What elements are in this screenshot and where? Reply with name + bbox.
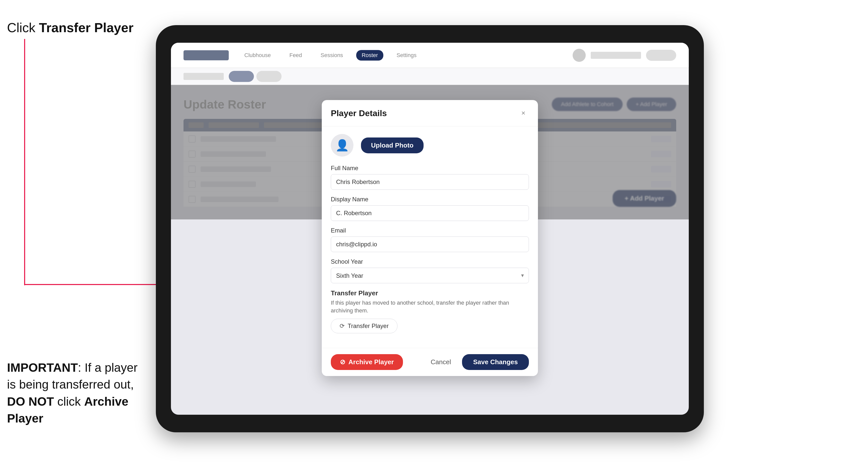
app-bar-right xyxy=(572,49,676,62)
archive-btn-label: Archive Player xyxy=(348,358,394,366)
transfer-title: Transfer Player xyxy=(331,289,529,297)
school-year-label: School Year xyxy=(331,258,529,265)
modal-header: Player Details × xyxy=(322,100,538,126)
modal-title: Player Details xyxy=(331,108,387,118)
tablet-device: Clubhouse Feed Sessions Roster Settings xyxy=(156,25,704,432)
transfer-btn-label: Transfer Player xyxy=(348,322,389,330)
nav-feed[interactable]: Feed xyxy=(284,50,307,61)
full-name-group: Full Name xyxy=(331,165,529,190)
school-year-select[interactable]: Sixth Year Fifth Year Fourth Year Third … xyxy=(331,268,529,283)
archive-icon: ⊘ xyxy=(340,358,345,366)
tab-btn-1[interactable] xyxy=(229,71,254,82)
tab-btn-2[interactable] xyxy=(256,71,282,82)
upload-photo-button[interactable]: Upload Photo xyxy=(361,137,424,153)
instruction-top: Click Transfer Player xyxy=(7,20,133,35)
transfer-description: If this player has moved to another scho… xyxy=(331,299,529,315)
modal-close-button[interactable]: × xyxy=(518,107,529,119)
instruction-click: click xyxy=(54,395,84,408)
nav-clubhouse[interactable]: Clubhouse xyxy=(239,50,276,61)
modal-overlay: Player Details × 👤 Upload Photo xyxy=(171,85,689,219)
red-line-vertical xyxy=(24,39,25,285)
app-nav: Clubhouse Feed Sessions Roster Settings xyxy=(239,50,563,61)
email-label: Email xyxy=(331,227,529,234)
transfer-icon: ⟳ xyxy=(340,322,345,330)
nav-roster[interactable]: Roster xyxy=(356,50,383,61)
school-year-group: School Year Sixth Year Fifth Year Fourth… xyxy=(331,258,529,283)
display-name-input[interactable] xyxy=(331,205,529,221)
sub-bar-tabs xyxy=(229,71,282,82)
nav-settings[interactable]: Settings xyxy=(391,50,422,61)
tablet-screen: Clubhouse Feed Sessions Roster Settings xyxy=(171,43,689,415)
app-logo xyxy=(184,50,229,60)
photo-section: 👤 Upload Photo xyxy=(331,134,529,157)
display-name-label: Display Name xyxy=(331,196,529,203)
instruction-do-not: DO NOT xyxy=(7,395,54,408)
transfer-player-button[interactable]: ⟳ Transfer Player xyxy=(331,319,397,333)
avatar-circle: 👤 xyxy=(331,134,353,157)
instruction-highlight: Transfer Player xyxy=(39,20,133,35)
modal-body: 👤 Upload Photo Full Name Display Name xyxy=(322,126,538,348)
user-avatar xyxy=(572,49,586,62)
user-name xyxy=(591,52,641,59)
instruction-important: IMPORTANT xyxy=(7,361,78,374)
save-changes-button[interactable]: Save Changes xyxy=(462,354,529,370)
cancel-button[interactable]: Cancel xyxy=(425,354,457,370)
instruction-prefix: Click xyxy=(7,20,39,35)
full-name-label: Full Name xyxy=(331,165,529,172)
full-name-input[interactable] xyxy=(331,174,529,190)
email-input[interactable] xyxy=(331,237,529,252)
nav-sessions[interactable]: Sessions xyxy=(315,50,348,61)
player-details-modal: Player Details × 👤 Upload Photo xyxy=(322,100,538,376)
avatar-icon: 👤 xyxy=(335,139,349,152)
content-area: Update Roster xyxy=(171,85,689,219)
sub-bar-text xyxy=(184,73,224,80)
archive-player-button[interactable]: ⊘ Archive Player xyxy=(331,354,403,370)
top-btn[interactable] xyxy=(646,50,676,61)
sub-bar xyxy=(171,68,689,85)
modal-footer: ⊘ Archive Player Cancel Save Changes xyxy=(322,348,538,376)
email-group: Email xyxy=(331,227,529,252)
transfer-section: Transfer Player If this player has moved… xyxy=(331,289,529,333)
app-bar: Clubhouse Feed Sessions Roster Settings xyxy=(171,43,689,68)
instruction-bottom: IMPORTANT: If a player is being transfer… xyxy=(7,359,148,427)
select-wrapper: Sixth Year Fifth Year Fourth Year Third … xyxy=(331,268,529,283)
display-name-group: Display Name xyxy=(331,196,529,221)
